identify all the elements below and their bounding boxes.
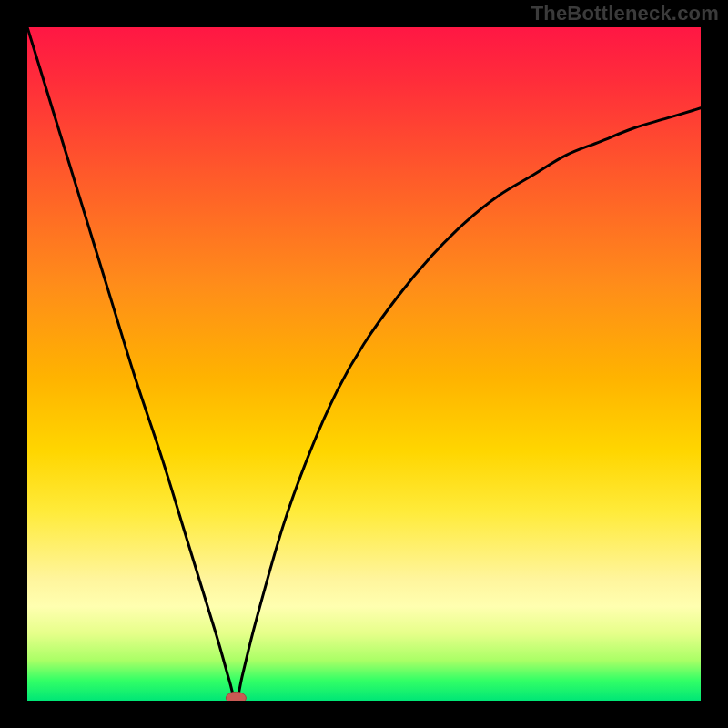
watermark-text: TheBottleneck.com	[531, 2, 719, 25]
curve-layer	[27, 27, 701, 701]
chart-frame: TheBottleneck.com	[0, 0, 728, 728]
bottleneck-curve	[27, 27, 701, 701]
plot-area	[27, 27, 701, 701]
minimum-marker	[226, 692, 246, 701]
